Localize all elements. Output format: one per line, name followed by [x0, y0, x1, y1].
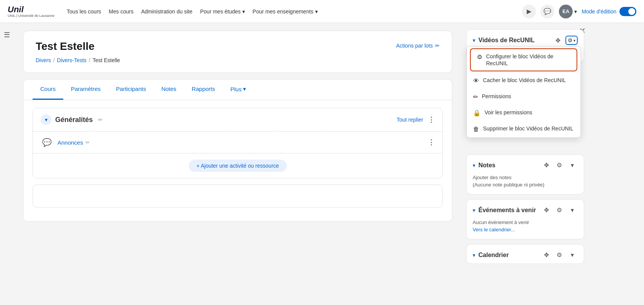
logo-text: Unil [8, 5, 24, 14]
block-header-videos: ▾ Vidéos de RecUNIL ✥ ⚙ ▾ [467, 30, 584, 49]
breadcrumb-divers-tests[interactable]: Divers-Tests [57, 57, 87, 63]
trash-icon: 🗑 [473, 125, 479, 134]
course-title: Test Estelle [36, 40, 95, 53]
annonces-icon: 💬 [41, 136, 53, 148]
right-panel: ✕ ▾ Vidéos de RecUNIL ✥ ⚙ ▾ Aucun identi… [460, 23, 590, 305]
edit-mode-toggle[interactable] [619, 7, 636, 16]
block-move-icon[interactable]: ✥ [552, 35, 563, 46]
annonces-menu-button[interactable]: ⋮ [428, 138, 435, 147]
lock-icon: 🔒 [473, 109, 481, 117]
calendrier-link[interactable]: Vers le calendrier... [473, 227, 515, 232]
block-settings-dropdown: ⚙ Configurer le bloc Vidéos de RecUNIL 👁… [467, 46, 581, 138]
section-title: Généralités [55, 116, 93, 124]
edit-mode-label: Mode d'édition [582, 8, 616, 15]
dropdown-item-hide[interactable]: 👁 Cacher le bloc Vidéos de RecUNIL [467, 73, 580, 89]
chevron-down-icon: ▾ [573, 38, 575, 43]
chevron-down-icon: ▾ [242, 8, 245, 15]
pencil-icon: ✏ [435, 43, 440, 49]
chevron-down-icon: ▾ [574, 8, 577, 15]
dropdown-item-delete[interactable]: 🗑 Supprimer le bloc Vidéos de RecUNIL [467, 121, 580, 137]
block-header-evenements: ▾ Événements à venir ✥ ⚙ ▾ [467, 199, 584, 219]
block-evenements: ▾ Événements à venir ✥ ⚙ ▾ Aucun événeme… [466, 199, 584, 239]
block-move-icon[interactable]: ✥ [541, 250, 552, 260]
gear-icon: ⚙ [568, 37, 573, 43]
block-title-notes: Notes [478, 162, 538, 169]
play-button[interactable]: ▶ [522, 5, 536, 18]
nav-pour-mes-etudes[interactable]: Pour mes études ▾ [200, 8, 245, 15]
block-collapse-icon[interactable]: ▾ [473, 162, 475, 168]
actions-par-lots-button[interactable]: Actions par lots ✏ [396, 43, 440, 49]
pencil-icon: ✏ [473, 93, 478, 101]
block-settings-icon[interactable]: ⚙ [554, 205, 565, 216]
tab-notes[interactable]: Notes [154, 79, 184, 100]
block-actions-evenements: ✥ ⚙ ▾ [541, 205, 578, 216]
nav-tous-les-cours[interactable]: Tous les cours [67, 8, 101, 15]
block-title-videos: Vidéos de RecUNIL [478, 37, 549, 44]
tabs-bar: Cours Paramètres Participants Notes Rapp… [23, 79, 452, 100]
sidebar-toggle-button[interactable]: ☰ [0, 23, 15, 305]
eye-icon: 👁 [473, 77, 479, 85]
block-chevron-icon[interactable]: ▾ [567, 250, 578, 260]
annonces-link[interactable]: Annonces [58, 139, 83, 146]
top-navigation: Unil UNIL | Université de Lausanne Tous … [0, 0, 644, 23]
logo[interactable]: Unil UNIL | Université de Lausanne [8, 5, 54, 18]
block-actions-notes: ✥ ⚙ ▾ [541, 160, 578, 171]
nav-mes-cours[interactable]: Mes cours [109, 8, 134, 15]
section-menu-button[interactable]: ⋮ [428, 115, 435, 124]
tab-participants[interactable]: Participants [108, 79, 154, 100]
add-activity-row: + Ajouter une activité ou ressource [33, 153, 442, 178]
block-move-icon[interactable]: ✥ [541, 160, 552, 171]
gear-icon: ⚙ [477, 53, 482, 61]
tabs-container: Cours Paramètres Participants Notes Rapp… [23, 79, 452, 222]
block-actions-calendrier: ✥ ⚙ ▾ [541, 250, 578, 260]
block-title-calendrier: Calendrier [478, 252, 538, 259]
nav-right-area: ▶ 💬 EA ▾ Mode d'édition [522, 5, 636, 18]
breadcrumb-current: Test Estelle [92, 57, 120, 63]
tout-replier-button[interactable]: Tout replier [397, 117, 423, 123]
add-activity-button[interactable]: + Ajouter une activité ou ressource [189, 160, 286, 172]
section-collapse-button[interactable]: ▾ [41, 114, 51, 125]
block-title-evenements: Événements à venir [478, 207, 538, 214]
block-collapse-icon[interactable]: ▾ [473, 207, 475, 213]
course-content: ▾ Généralités ✏ Tout replier ⋮ 💬 Annonce… [23, 100, 452, 221]
dropdown-item-view-permissions[interactable]: 🔒 Voir les permissions [467, 105, 580, 121]
block-settings-icon[interactable]: ⚙ [554, 250, 565, 260]
annonces-edit-icon[interactable]: ✏ [85, 140, 90, 145]
block-calendrier: ▾ Calendrier ✥ ⚙ ▾ [466, 244, 584, 264]
section-edit-icon[interactable]: ✏ [98, 117, 103, 123]
section-title-area: ▾ Généralités ✏ [41, 114, 103, 125]
dropdown-item-configure[interactable]: ⚙ Configurer le bloc Vidéos de RecUNIL [470, 48, 577, 71]
block-body-notes: Ajouter des notes (Aucune note publique … [467, 174, 584, 194]
section-empty [33, 185, 443, 208]
dropdown-item-permissions[interactable]: ✏ Permissions [467, 89, 580, 105]
section-header: ▾ Généralités ✏ Tout replier ⋮ [33, 108, 442, 131]
nav-administration[interactable]: Administration du site [141, 8, 192, 15]
tab-plus[interactable]: Plus ▾ [223, 79, 254, 100]
course-header-card: Test Estelle Actions par lots ✏ Divers /… [23, 31, 452, 73]
block-settings-icon[interactable]: ⚙ [554, 160, 565, 171]
messages-button[interactable]: 💬 [540, 5, 554, 18]
chevron-down-icon: ▾ [243, 86, 246, 92]
nav-links: Tous les cours Mes cours Administration … [67, 8, 513, 15]
block-actions-videos: ✥ ⚙ ▾ [552, 35, 578, 46]
content-area: Test Estelle Actions par lots ✏ Divers /… [15, 23, 460, 305]
block-settings-button[interactable]: ⚙ ▾ [565, 36, 578, 45]
block-chevron-icon[interactable]: ▾ [567, 205, 578, 216]
block-collapse-icon[interactable]: ▾ [473, 252, 475, 258]
logo-subtitle: UNIL | Université de Lausanne [8, 14, 54, 18]
user-avatar: EA [559, 5, 573, 18]
user-menu[interactable]: EA ▾ [559, 5, 577, 18]
nav-pour-mes-enseignements[interactable]: Pour mes enseignements ▾ [253, 8, 318, 15]
edit-mode-toggle-area: Mode d'édition [582, 7, 636, 16]
block-header-notes: ▾ Notes ✥ ⚙ ▾ [467, 155, 584, 174]
breadcrumb-divers[interactable]: Divers [36, 57, 51, 63]
activity-annonces: 💬 Annonces ✏ ⋮ [33, 131, 442, 153]
block-collapse-icon[interactable]: ▾ [473, 37, 475, 43]
block-move-icon[interactable]: ✥ [541, 205, 552, 216]
block-body-evenements: Aucun événement à venir Vers le calendri… [467, 219, 584, 239]
block-chevron-icon[interactable]: ▾ [567, 160, 578, 171]
block-videos-recunil: ▾ Vidéos de RecUNIL ✥ ⚙ ▾ Aucun identifi… [466, 29, 584, 62]
tab-rapports[interactable]: Rapports [184, 79, 223, 100]
tab-cours[interactable]: Cours [33, 79, 63, 100]
tab-parametres[interactable]: Paramètres [63, 79, 108, 100]
